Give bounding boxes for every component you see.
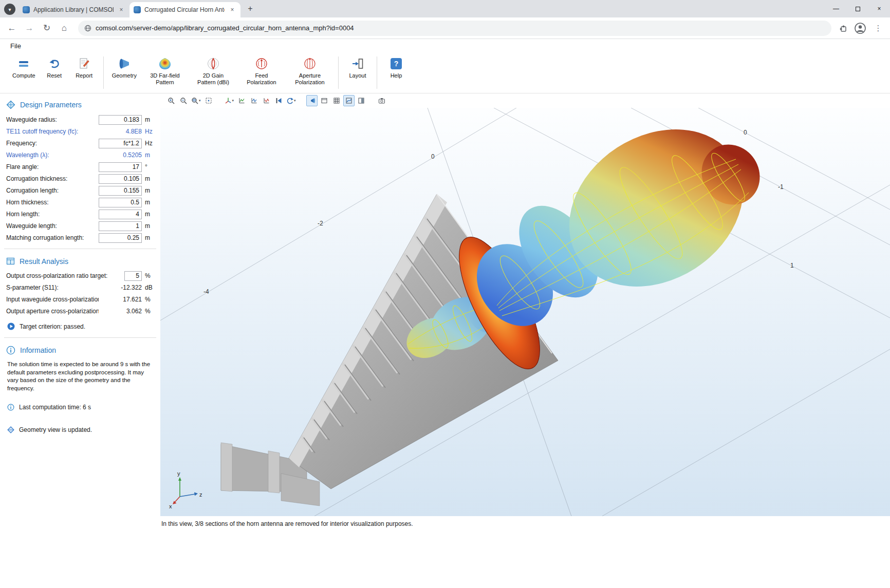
param-label: Wavelength (λ): — [6, 151, 99, 159]
browser-menu-icon[interactable]: ⋮ — [872, 22, 885, 35]
home-button[interactable]: ⌂ — [58, 22, 71, 35]
aperture-polarization-button[interactable]: Aperture Polarization — [286, 54, 334, 88]
flare-angle-input[interactable] — [99, 162, 142, 172]
compute-icon — [17, 56, 30, 71]
view-orientation-button[interactable]: ▾ — [224, 95, 235, 106]
param-unit: m — [145, 187, 155, 194]
axis-label: -2 — [318, 220, 323, 227]
app-menu-bar: File — [0, 39, 890, 52]
frequency-input[interactable] — [99, 139, 142, 148]
zoom-out-button[interactable] — [178, 95, 189, 106]
section-divider — [4, 249, 156, 249]
layout-button[interactable]: Layout — [343, 54, 373, 81]
horn-thickness-input[interactable] — [99, 198, 142, 207]
param-unit: m — [145, 211, 155, 218]
farfield-button[interactable]: 3D Far-field Pattern — [141, 54, 189, 88]
back-button[interactable]: ← — [5, 22, 18, 35]
report-button[interactable]: Report — [69, 54, 99, 81]
result-unit: % — [145, 296, 155, 303]
status-text: Geometry view is updated. — [19, 426, 92, 433]
help-icon: ? — [391, 56, 402, 71]
show-legend-button[interactable] — [319, 95, 330, 106]
minimize-button[interactable]: — — [825, 0, 847, 17]
feed-polarization-button[interactable]: Feed Polarization — [237, 54, 286, 88]
ribbon-separator — [377, 56, 377, 89]
matching-corrugation-length-input[interactable] — [99, 233, 142, 243]
param-label: Corrugation length: — [6, 187, 99, 194]
geometry-button[interactable]: Geometry — [108, 54, 141, 81]
scene-light-button[interactable] — [306, 95, 318, 106]
file-menu[interactable]: File — [7, 41, 24, 51]
param-unit: Hz — [145, 140, 155, 147]
view-caption: In this view, 3/8 sections of the horn a… — [160, 516, 890, 527]
show-grid-button[interactable] — [331, 95, 342, 106]
url-bar[interactable]: comsol.com/server-demo/app/library_corru… — [78, 21, 831, 36]
tab-close-icon[interactable]: × — [228, 6, 236, 14]
plot-xy-button[interactable] — [236, 95, 247, 106]
waveguide-length-input[interactable] — [99, 221, 142, 231]
feed-polarization-icon — [255, 56, 268, 71]
new-tab-button[interactable]: + — [244, 2, 257, 15]
geometry-cone-icon — [118, 56, 131, 71]
horn-length-input[interactable] — [99, 210, 142, 219]
site-info-icon[interactable] — [84, 25, 91, 32]
computed-value: 4.8E8 — [99, 128, 142, 135]
section-divider — [4, 337, 156, 338]
maximize-button[interactable] — [847, 0, 868, 17]
show-axes-button[interactable] — [343, 95, 355, 106]
layout-icon — [351, 56, 364, 71]
snapshot-button[interactable] — [376, 95, 387, 106]
compute-button[interactable]: Compute — [8, 54, 40, 81]
tab-search-icon[interactable]: ▾ — [4, 4, 15, 15]
clip-plane-button[interactable] — [356, 95, 367, 106]
forward-button[interactable]: → — [23, 22, 36, 35]
computed-value: 0.5205 — [99, 151, 142, 159]
graphics-canvas[interactable]: 0 -2 -4 0 -1 1 — [160, 108, 890, 516]
zoom-extents-button[interactable] — [203, 95, 214, 106]
ribbon-separator — [338, 56, 339, 89]
reset-button[interactable]: Reset — [40, 54, 69, 81]
extensions-icon[interactable] — [839, 23, 849, 33]
param-unit: m — [145, 151, 155, 159]
tab-horn-antenna[interactable]: Corrugated Circular Horn Anten × — [129, 2, 240, 17]
tab-application-library[interactable]: Application Library | COMSOL S × — [18, 2, 129, 17]
result-row: Input waveguide cross-polarization ratio… — [0, 294, 160, 305]
scene-light-icon — [308, 97, 316, 104]
param-unit: ° — [145, 163, 155, 170]
param-row: Frequency: Hz — [0, 138, 160, 149]
geometry-updated-icon — [7, 426, 14, 433]
rotate-view-button[interactable]: ▾ — [285, 95, 297, 106]
plot-zx-button[interactable] — [261, 95, 272, 106]
result-row: Output aperture cross-polarization ratio… — [0, 306, 160, 317]
zoom-in-button[interactable] — [165, 95, 177, 106]
information-body: The solution time is expected to be arou… — [0, 359, 160, 394]
axis-label: -4 — [203, 288, 209, 295]
zoom-box-button[interactable]: ▾ — [190, 95, 202, 106]
profile-avatar[interactable] — [854, 22, 866, 34]
result-analysis-icon — [6, 257, 15, 265]
param-unit: m — [145, 234, 155, 241]
output-cross-pol-target-input[interactable] — [124, 271, 142, 281]
plot-yz-button[interactable] — [248, 95, 259, 106]
param-row: Waveguide length: m — [0, 220, 160, 232]
first-view-button[interactable] — [273, 95, 284, 106]
param-label: Matching corrugation length: — [6, 234, 99, 241]
waveguide-radius-input[interactable] — [99, 115, 142, 125]
gain-pattern-button[interactable]: 2D Gain Pattern (dBi) — [189, 54, 237, 88]
corrugation-length-input[interactable] — [99, 186, 142, 196]
param-row: Corrugation length: m — [0, 185, 160, 196]
help-button[interactable]: ? Help — [381, 54, 411, 81]
show-grid-icon — [333, 97, 340, 104]
param-row: Horn length: m — [0, 208, 160, 220]
param-row: Waveguide radius: m — [0, 114, 160, 125]
design-parameters-icon — [6, 100, 15, 109]
close-button[interactable]: × — [868, 0, 890, 17]
farfield-pattern-icon — [158, 56, 172, 71]
dropdown-caret-icon: ▾ — [232, 99, 234, 103]
plot-xy-icon — [238, 97, 245, 104]
corrugation-thickness-input[interactable] — [99, 174, 142, 184]
tab-strip: ▾ Application Library | COMSOL S × Corru… — [0, 0, 890, 17]
reload-button[interactable]: ↻ — [40, 22, 53, 35]
tab-close-icon[interactable]: × — [117, 6, 125, 14]
dropdown-caret-icon: ▾ — [199, 99, 201, 103]
